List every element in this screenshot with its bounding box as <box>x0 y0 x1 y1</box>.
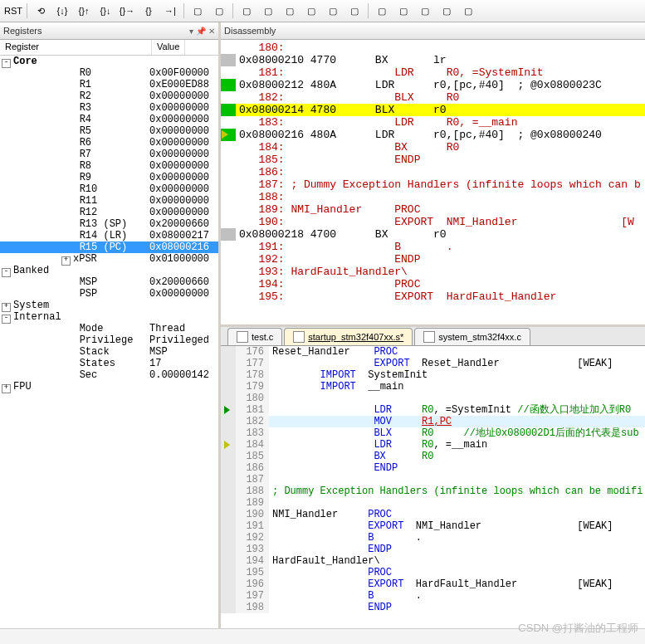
disasm-line[interactable]: 181: LDR R0, =SystemInit <box>221 66 645 79</box>
toolbar-btn-10[interactable]: ▢ <box>237 1 257 21</box>
editor-gutter[interactable] <box>221 462 236 474</box>
editor-line[interactable]: 194HardFault_Handler\ <box>221 555 645 567</box>
gutter[interactable] <box>221 66 236 79</box>
toolbar-btn-18[interactable]: ▢ <box>415 1 435 21</box>
editor-line[interactable]: 186 ENDP <box>221 462 645 474</box>
register-row[interactable]: Sec0.00000142 <box>0 369 218 381</box>
gutter[interactable] <box>221 79 236 91</box>
disasm-line[interactable]: 188: <box>221 191 645 203</box>
disasm-line[interactable]: 184: BX R0 <box>221 141 645 154</box>
register-row[interactable]: R50x00000000 <box>0 125 218 137</box>
editor-gutter[interactable] <box>221 578 236 590</box>
register-row[interactable]: R00x00F00000 <box>0 67 218 79</box>
disasm-line[interactable]: 185: ENDP <box>221 154 645 166</box>
register-row[interactable]: R13 (SP)0x20000660 <box>0 218 218 230</box>
col-register[interactable]: Register <box>0 40 152 55</box>
editor-gutter[interactable] <box>221 358 236 369</box>
editor-gutter[interactable] <box>221 439 236 451</box>
register-row[interactable]: R100x00000000 <box>0 183 218 195</box>
editor-tab[interactable]: startup_stm32f407xx.s* <box>284 328 413 345</box>
register-row[interactable]: +FPU <box>0 381 218 393</box>
editor-gutter[interactable] <box>221 346 236 358</box>
editor-line[interactable]: 197 B . <box>221 590 645 602</box>
toolbar-btn-2[interactable]: {↓} <box>52 1 72 21</box>
disasm-line[interactable]: 0x08000218 4700 BX r0 <box>221 228 645 241</box>
register-row[interactable]: +System <box>0 300 218 311</box>
editor-line[interactable]: 183 BLX R0 //地址0x080002D1后面的1代表是sub <box>221 427 645 439</box>
gutter[interactable] <box>221 278 236 290</box>
editor-gutter[interactable] <box>221 602 236 613</box>
register-row[interactable]: ModeThread <box>0 323 218 334</box>
editor-line[interactable]: 181 LDR R0, =SystemInit //函数入口地址加入到R0 <box>221 404 645 416</box>
register-row[interactable]: R80x00000000 <box>0 160 218 172</box>
pin-icon[interactable]: ▾ 📌 ✕ <box>189 27 215 36</box>
disasm-line[interactable]: 195: EXPORT HardFault_Handler <box>221 290 645 303</box>
register-row[interactable]: R14 (LR)0x08000217 <box>0 230 218 242</box>
register-row[interactable]: R60x00000000 <box>0 137 218 149</box>
editor-line[interactable]: 191 EXPORT NMI_Handler [WEAK] <box>221 520 645 532</box>
register-row[interactable]: R70x00000000 <box>0 149 218 160</box>
editor-line[interactable]: 187 <box>221 474 645 485</box>
disasm-line[interactable]: 187: ; Dummy Exception Handlers (infinit… <box>221 178 645 191</box>
register-row[interactable]: R15 (PC)0x08000216 <box>0 242 218 253</box>
gutter[interactable] <box>221 129 236 141</box>
disasm-line[interactable]: 193: HardFault_Handler\ <box>221 266 645 278</box>
disassembly-view[interactable]: 180:0x08000210 4770 BX lr 181: LDR R0, =… <box>221 40 645 327</box>
toolbar-btn-16[interactable]: ▢ <box>372 1 392 21</box>
register-row[interactable]: R120x00000000 <box>0 207 218 218</box>
editor-gutter[interactable] <box>221 520 236 532</box>
editor-gutter[interactable] <box>221 590 236 602</box>
register-row[interactable]: +xPSR0x01000000 <box>0 253 218 265</box>
toolbar-btn-1[interactable]: ⟲ <box>31 1 51 21</box>
editor-line[interactable]: 178 IMPORT SystemInit <box>221 369 645 381</box>
toolbar-btn-8[interactable]: ▢ <box>188 1 208 21</box>
editor-line[interactable]: 192 B . <box>221 532 645 544</box>
editor-gutter[interactable] <box>221 497 236 509</box>
toolbar-btn-20[interactable]: ▢ <box>458 1 478 21</box>
disasm-line[interactable]: 0x08000214 4780 BLX r0 <box>221 104 645 116</box>
expand-icon[interactable]: + <box>2 384 11 393</box>
register-row[interactable]: R90x00000000 <box>0 172 218 183</box>
register-row[interactable]: R20x00000000 <box>0 90 218 102</box>
disasm-line[interactable]: 0x08000210 4770 BX lr <box>221 54 645 66</box>
gutter[interactable] <box>221 166 236 178</box>
editor-line[interactable]: 195 PROC <box>221 567 645 578</box>
expand-icon[interactable]: - <box>2 268 11 277</box>
toolbar-btn-7[interactable]: →| <box>160 1 180 21</box>
register-row[interactable]: PSP0x00000000 <box>0 288 218 300</box>
editor-gutter[interactable] <box>221 393 236 404</box>
editor-gutter[interactable] <box>221 567 236 578</box>
toolbar-btn-3[interactable]: {}↑ <box>74 1 94 21</box>
toolbar-btn-13[interactable]: ▢ <box>301 1 321 21</box>
toolbar-btn-9[interactable]: ▢ <box>209 1 229 21</box>
editor-line[interactable]: 180 <box>221 393 645 404</box>
disasm-line[interactable]: 192: ENDP <box>221 253 645 266</box>
register-row[interactable]: R30x00000000 <box>0 102 218 114</box>
editor-line[interactable]: 177 EXPORT Reset_Handler [WEAK] <box>221 358 645 369</box>
editor-line[interactable]: 196 EXPORT HardFault_Handler [WEAK] <box>221 578 645 590</box>
editor-gutter[interactable] <box>221 404 236 416</box>
disasm-line[interactable]: 189: NMI_Handler PROC <box>221 203 645 216</box>
disasm-line[interactable]: 191: B . <box>221 241 645 253</box>
col-value[interactable]: Value <box>152 40 185 55</box>
editor-line[interactable]: 198 ENDP <box>221 602 645 613</box>
register-row[interactable]: StackMSP <box>0 346 218 358</box>
gutter[interactable] <box>221 104 236 116</box>
gutter[interactable] <box>221 116 236 129</box>
editor-line[interactable]: 182 MOV R1,PC <box>221 416 645 427</box>
editor-gutter[interactable] <box>221 474 236 485</box>
disasm-line[interactable]: 0x08000216 480A LDR r0,[pc,#40] ; @0x080… <box>221 129 645 141</box>
gutter[interactable] <box>221 191 236 203</box>
expand-icon[interactable]: - <box>2 315 11 324</box>
gutter[interactable] <box>221 266 236 278</box>
disasm-line[interactable]: 180: <box>221 41 645 54</box>
gutter[interactable] <box>221 41 236 54</box>
toolbar-btn-4[interactable]: {}↓ <box>95 1 115 21</box>
editor-line[interactable]: 179 IMPORT __main <box>221 381 645 393</box>
source-editor[interactable]: 176Reset_Handler PROC177 EXPORT Reset_Ha… <box>221 346 645 629</box>
gutter[interactable] <box>221 141 236 154</box>
register-row[interactable]: R110x00000000 <box>0 195 218 207</box>
expand-icon[interactable]: - <box>2 59 11 68</box>
toolbar-btn-5[interactable]: {}→ <box>117 1 137 21</box>
toolbar-btn-0[interactable]: RST <box>3 1 23 21</box>
